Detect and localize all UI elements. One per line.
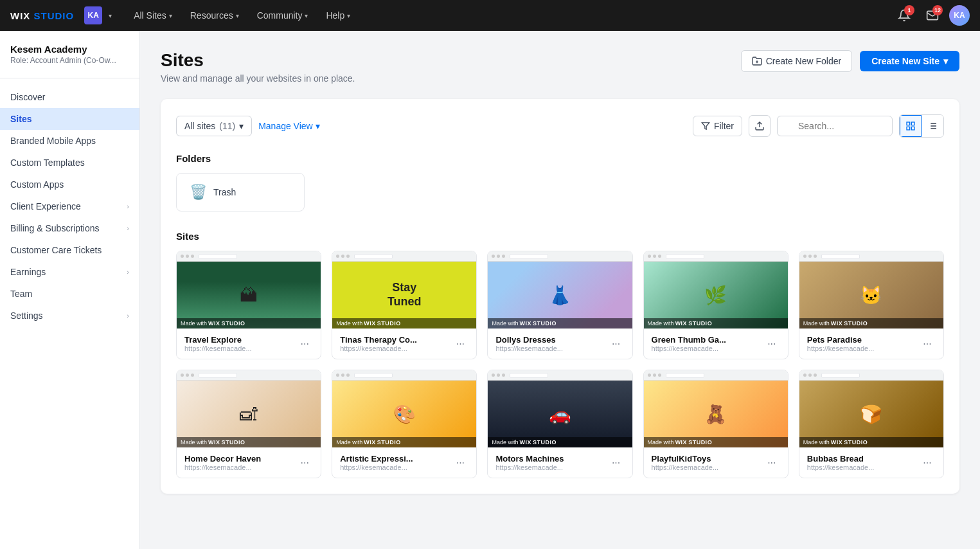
- notifications-button[interactable]: 1: [893, 4, 916, 27]
- wix-watermark: Made with WIX STUDIO: [488, 437, 632, 447]
- site-text: Travel Explore https://kesemacade...: [184, 335, 252, 352]
- browser-url-bar: [199, 254, 237, 259]
- sidebar-item-custom-apps[interactable]: Custom Apps: [0, 174, 139, 195]
- wix-logo: WIX STUDIO: [10, 10, 74, 21]
- site-menu-button[interactable]: ···: [296, 336, 313, 352]
- site-name: Pets Paradise: [807, 335, 875, 345]
- sidebar-item-client-experience[interactable]: Client Experience ›: [0, 195, 139, 217]
- wix-watermark: Made with WIX STUDIO: [177, 437, 321, 447]
- all-sites-dropdown[interactable]: All sites (11) ▾: [176, 116, 252, 136]
- site-thumbnail: 🍞 Made with WIX STUDIO: [799, 370, 943, 447]
- site-name: Dollys Dresses: [495, 335, 563, 345]
- browser-dot: [341, 374, 344, 377]
- browser-url-bar: [510, 254, 548, 259]
- svg-rect-5: [907, 122, 910, 125]
- account-name: Kesem Academy: [10, 44, 129, 55]
- site-url: https://kesemacade...: [652, 464, 719, 471]
- create-site-button[interactable]: Create New Site ▾: [860, 51, 959, 71]
- filter-button[interactable]: Filter: [693, 116, 742, 136]
- site-card[interactable]: 🛋 Made with WIX STUDIO Home Decor Haven …: [176, 370, 321, 478]
- site-menu-button[interactable]: ···: [452, 455, 468, 471]
- watermark-prefix: Made with: [803, 439, 830, 446]
- grid-view-button[interactable]: [900, 115, 922, 137]
- browser-dot: [497, 374, 500, 377]
- main-content: Sites View and manage all your websites …: [140, 31, 980, 549]
- list-view-button[interactable]: [922, 115, 943, 137]
- site-thumbnail: 🐱 Made with WIX STUDIO: [799, 251, 943, 328]
- browser-dot: [346, 374, 350, 377]
- site-card[interactable]: Stay Tuned Made with WIX STUDIO Tinas Th…: [332, 251, 477, 359]
- create-folder-button[interactable]: Create New Folder: [741, 50, 853, 72]
- browser-dot: [658, 374, 661, 377]
- site-url: https://kesemacade...: [495, 345, 563, 352]
- browser-dot: [336, 374, 339, 377]
- wix-watermark: Made with WIX STUDIO: [488, 318, 632, 328]
- site-name: Home Decor Haven: [184, 454, 261, 464]
- messages-button[interactable]: 12: [921, 4, 944, 27]
- upload-button[interactable]: [749, 115, 771, 137]
- sidebar-item-settings[interactable]: Settings ›: [0, 305, 139, 327]
- site-card[interactable]: 🍞 Made with WIX STUDIO Bubbas Bread http…: [799, 370, 944, 478]
- site-menu-button[interactable]: ···: [919, 455, 936, 471]
- site-info: Artistic Expressi... https://kesemacade.…: [332, 447, 476, 478]
- thumb-content: 🐱 Made with WIX STUDIO: [799, 262, 943, 328]
- site-card[interactable]: 🌿 Made with WIX STUDIO Green Thumb Ga...…: [643, 251, 788, 359]
- site-card[interactable]: 🚗 Made with WIX STUDIO Motors Machines h…: [487, 370, 632, 478]
- nav-community[interactable]: Community ▾: [251, 8, 315, 23]
- sidebar-item-billing[interactable]: Billing & Subscriptions ›: [0, 217, 139, 239]
- nav-help[interactable]: Help ▾: [319, 8, 357, 23]
- folders-row: 🗑️ Trash: [176, 173, 944, 212]
- browser-bar: [799, 370, 943, 381]
- browser-bar: [177, 251, 321, 262]
- folder-plus-icon: [752, 56, 762, 66]
- browser-url-bar: [666, 254, 704, 259]
- site-info: Home Decor Haven https://kesemacade... ·…: [177, 447, 321, 478]
- watermark-suffix: STUDIO: [688, 439, 712, 446]
- manage-view-button[interactable]: Manage View ▾: [258, 121, 320, 131]
- site-menu-button[interactable]: ···: [919, 336, 936, 352]
- search-input[interactable]: [777, 116, 893, 136]
- earnings-chevron: ›: [127, 268, 129, 276]
- sidebar-item-branded-mobile[interactable]: Branded Mobile Apps: [0, 130, 139, 152]
- account-badge[interactable]: KA: [84, 6, 102, 24]
- nav-resources[interactable]: Resources ▾: [184, 8, 245, 23]
- page-title: Sites: [161, 50, 355, 71]
- site-menu-button[interactable]: ···: [608, 455, 625, 471]
- watermark-suffix: STUDIO: [844, 439, 868, 446]
- browser-dot: [814, 374, 817, 377]
- sidebar-item-team[interactable]: Team: [0, 283, 139, 305]
- site-card[interactable]: 🧸 Made with WIX STUDIO PlayfulKidToys ht…: [643, 370, 788, 478]
- site-menu-button[interactable]: ···: [452, 336, 468, 352]
- folder-trash[interactable]: 🗑️ Trash: [176, 173, 305, 212]
- sidebar-item-sites[interactable]: Sites: [0, 108, 139, 130]
- site-text: Bubbas Bread https://kesemacade...: [807, 454, 875, 471]
- site-menu-button[interactable]: ···: [608, 336, 625, 352]
- site-menu-button[interactable]: ···: [763, 455, 780, 471]
- account-chevron[interactable]: ▾: [109, 12, 112, 19]
- browser-dot: [648, 374, 651, 377]
- settings-chevron: ›: [127, 312, 129, 320]
- sidebar-item-discover[interactable]: Discover: [0, 86, 139, 108]
- site-card[interactable]: 🎨 Made with WIX STUDIO Artistic Expressi…: [332, 370, 477, 478]
- avatar[interactable]: KA: [949, 5, 970, 26]
- site-card[interactable]: 🐱 Made with WIX STUDIO Pets Paradise htt…: [799, 251, 944, 359]
- browser-dot: [336, 255, 339, 258]
- svg-rect-6: [911, 122, 914, 125]
- site-text: Motors Machines https://kesemacade...: [495, 454, 564, 471]
- svg-rect-7: [907, 127, 910, 130]
- site-menu-button[interactable]: ···: [763, 336, 780, 352]
- sidebar-item-earnings[interactable]: Earnings ›: [0, 261, 139, 283]
- site-info: Green Thumb Ga... https://kesemacade... …: [644, 328, 788, 359]
- nav-allsites-chevron: ▾: [169, 12, 172, 19]
- site-info: Travel Explore https://kesemacade... ···: [177, 328, 321, 359]
- thumb-content: 🍞 Made with WIX STUDIO: [799, 381, 943, 447]
- site-card[interactable]: 🏔 Made with WIX STUDIO Travel Explore ht…: [176, 251, 321, 359]
- site-menu-button[interactable]: ···: [296, 455, 313, 471]
- browser-dot: [502, 374, 505, 377]
- sidebar-item-custom-templates[interactable]: Custom Templates: [0, 152, 139, 174]
- site-card[interactable]: 👗 Made with WIX STUDIO Dollys Dresses ht…: [487, 251, 632, 359]
- browser-dot: [653, 255, 656, 258]
- sidebar-item-customer-care[interactable]: Customer Care Tickets: [0, 239, 139, 261]
- nav-allsites[interactable]: All Sites ▾: [127, 8, 179, 23]
- watermark-prefix: Made with: [336, 320, 362, 327]
